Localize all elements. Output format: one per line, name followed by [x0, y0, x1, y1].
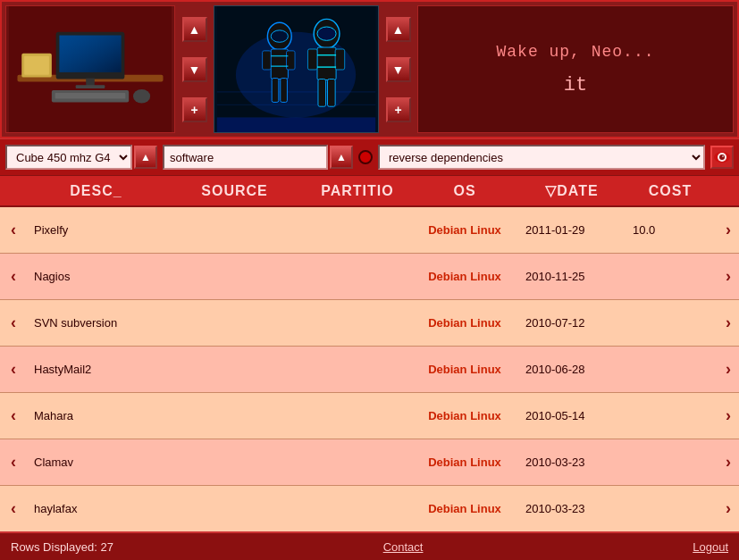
radio-button[interactable] — [358, 150, 373, 164]
scroll-up-right-button[interactable]: ▲ — [386, 17, 411, 42]
row-partition — [304, 364, 411, 375]
th-date[interactable]: ▽DATE — [518, 182, 626, 199]
table-row: ‹ Mahara Debian Linux 2010-05-14 › — [0, 393, 739, 439]
row-os: Debian Linux — [411, 404, 518, 428]
row-nav-left[interactable]: ‹ — [0, 355, 27, 384]
row-os: Debian Linux — [411, 357, 518, 381]
row-source — [165, 272, 304, 282]
banner-right-text: Wake up, Neo... it — [417, 5, 734, 133]
search-input[interactable] — [163, 145, 328, 170]
svg-rect-6 — [76, 85, 105, 88]
row-source — [165, 457, 304, 468]
row-source — [165, 364, 304, 375]
th-cost[interactable]: COST — [626, 183, 715, 199]
th-desc[interactable]: DESC_ — [27, 183, 165, 199]
row-partition — [304, 318, 411, 329]
row-date: 2010-06-28 — [518, 357, 626, 381]
row-nav-right[interactable]: › — [715, 215, 739, 245]
rows-displayed: Rows Displayed: 27 — [11, 540, 113, 554]
row-nav-right[interactable]: › — [715, 308, 739, 338]
table-header: DESC_ SOURCE PARTITIO OS ▽DATE COST — [0, 176, 739, 207]
row-date: 2010-03-23 — [518, 497, 626, 521]
row-cost — [626, 411, 715, 422]
svg-point-18 — [271, 30, 288, 42]
it-text: it — [564, 74, 587, 96]
left-nav-controls: ▲ ▼ + — [179, 5, 210, 133]
svg-rect-22 — [272, 79, 279, 103]
th-partition[interactable]: PARTITIO — [304, 183, 411, 199]
row-os: Debian Linux — [411, 264, 518, 288]
logout-link[interactable]: Logout — [693, 540, 728, 554]
row-nav-left[interactable]: ‹ — [0, 308, 27, 338]
th-source[interactable]: SOURCE — [165, 183, 304, 199]
row-os: Debian Linux — [411, 450, 518, 474]
row-source — [165, 318, 304, 329]
row-desc: Clamav — [27, 450, 165, 474]
add-right-button[interactable]: + — [386, 97, 411, 122]
scroll-down-right-button[interactable]: ▼ — [386, 57, 411, 82]
row-nav-left[interactable]: ‹ — [0, 262, 27, 291]
dependency-dropdown[interactable]: reverse dependencies dependencies all — [378, 145, 705, 170]
row-cost — [626, 364, 715, 375]
contact-link[interactable]: Contact — [383, 540, 424, 554]
row-cost: 10.0 — [626, 218, 715, 242]
add-left-button[interactable]: + — [182, 97, 207, 122]
svg-rect-19 — [271, 49, 288, 79]
row-os: Debian Linux — [411, 497, 518, 521]
row-nav-right[interactable]: › — [715, 355, 739, 384]
row-partition — [304, 411, 411, 422]
svg-rect-31 — [318, 79, 326, 107]
row-nav-right[interactable]: › — [715, 494, 739, 523]
banner-center-image — [214, 5, 379, 133]
footer: Rows Displayed: 27 Contact Logout — [0, 531, 739, 560]
table-row: ‹ Clamav Debian Linux 2010-03-23 › — [0, 439, 739, 486]
svg-rect-23 — [281, 79, 288, 103]
row-nav-right[interactable]: › — [715, 447, 739, 477]
row-cost — [626, 272, 715, 282]
row-desc: HastyMail2 — [27, 357, 165, 381]
row-nav-left[interactable]: ‹ — [0, 401, 27, 430]
scroll-up-button[interactable]: ▲ — [182, 17, 207, 42]
svg-point-9 — [133, 89, 150, 103]
table-row: ‹ SVN subver­sion Debian Linux 2010-07-1… — [0, 300, 739, 347]
row-os: Debian Linux — [411, 311, 518, 335]
row-source — [165, 504, 304, 514]
row-partition — [304, 457, 411, 468]
table-row: ‹ haylafax Debian Linux 2010-03-23 › — [0, 486, 739, 531]
row-nav-left[interactable]: ‹ — [0, 447, 27, 477]
row-date: 2010-05-14 — [518, 404, 626, 428]
table-row: ‹ Pixelfy Debian Linux 2011-01-29 10.0 › — [0, 207, 739, 254]
row-cost — [626, 318, 715, 329]
svg-rect-8 — [55, 93, 126, 99]
banner-left-image — [5, 5, 175, 133]
computer-dropdown-wrapper: Cube 450 mhz G4 Mac Pro iMac ▲ — [5, 145, 157, 170]
row-nav-right[interactable]: › — [715, 262, 739, 291]
svg-rect-30 — [335, 49, 345, 70]
search-wrapper: ▲ — [163, 145, 353, 170]
row-date: 2010-07-12 — [518, 311, 626, 335]
svg-rect-11 — [24, 56, 49, 75]
svg-point-38 — [719, 155, 725, 160]
computer-dropdown[interactable]: Cube 450 mhz G4 Mac Pro iMac — [5, 145, 132, 170]
row-date: 2010-11-25 — [518, 264, 626, 288]
row-nav-right[interactable]: › — [715, 401, 739, 430]
search-btn[interactable]: ▲ — [330, 146, 353, 169]
row-desc: Pixelfy — [27, 218, 165, 242]
toolbar: Cube 450 mhz G4 Mac Pro iMac ▲ ▲ reverse… — [0, 138, 739, 176]
row-date: 2011-01-29 — [518, 218, 626, 242]
table-body: ‹ Pixelfy Debian Linux 2011-01-29 10.0 ›… — [0, 207, 739, 531]
svg-rect-35 — [217, 118, 375, 132]
row-nav-left[interactable]: ‹ — [0, 494, 27, 523]
scroll-down-button[interactable]: ▼ — [182, 57, 207, 82]
row-os: Debian Linux — [411, 218, 518, 242]
svg-rect-28 — [317, 47, 336, 79]
row-partition — [304, 225, 411, 236]
svg-point-27 — [317, 27, 336, 40]
eye-button[interactable] — [710, 146, 734, 169]
computer-dropdown-search-btn[interactable]: ▲ — [134, 146, 157, 169]
top-banner: ▲ ▼ + — [0, 0, 739, 138]
th-os[interactable]: OS — [411, 183, 518, 199]
row-nav-left[interactable]: ‹ — [0, 215, 27, 245]
row-desc: SVN subver­sion — [27, 311, 165, 335]
row-partition — [304, 504, 411, 514]
